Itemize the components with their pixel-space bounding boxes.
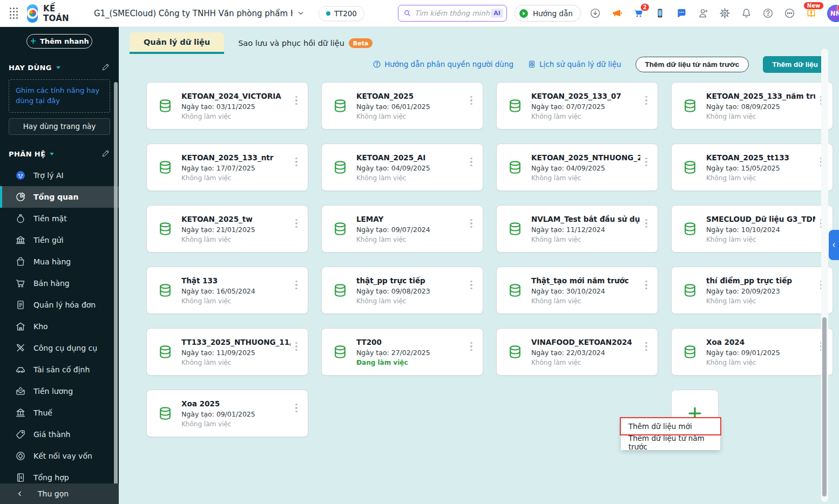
beta-badge: Beta [349,38,373,48]
card-menu-button[interactable] [290,153,302,171]
top-bar: KẾ TOÁN G1_(SMECloud) Công ty TNHH Văn p… [0,0,839,27]
database-card[interactable]: TT133_2025_NTHUONG_11/09Ngày tạo: 11/09/… [146,328,308,376]
tab-data-management[interactable]: Quản lý dữ liệu [130,32,224,54]
search-icon [403,9,412,18]
sidebar-item-label: Trợ lý AI [33,171,64,180]
card-menu-button[interactable] [465,337,477,356]
data-history-link[interactable]: Lịch sử quản lý dữ liệu [527,60,621,69]
created-prefix: Ngày tạo: [181,103,216,111]
card-menu-button[interactable] [640,276,652,294]
database-card[interactable]: thí điểm_pp trực tiếpNgày tạo: 20/09/202… [671,267,833,314]
database-card[interactable]: KETOAN_2024_VICTORIANgày tạo: 03/11/2025… [146,82,308,130]
card-menu-button[interactable] [290,276,302,294]
gear-icon[interactable] [717,5,733,22]
database-card[interactable]: TT200Ngày tạo: 27/02/2025Đang làm việc [321,328,483,376]
avatar[interactable]: NN2 [827,5,839,22]
database-card[interactable]: Xoa 2025Ngày tạo: 09/01/2025Không làm vi… [146,390,308,437]
database-status: Không làm việc [706,174,815,182]
card-menu-button[interactable] [465,91,477,110]
megaphone-icon[interactable] [609,5,625,22]
database-card[interactable]: VINAFOOD_KETOAN2024Ngày tạo: 22/03/2024K… [496,328,658,376]
database-card[interactable]: Thật 133Ngày tạo: 16/05/2024Không làm vi… [146,267,308,314]
sidebar-item-quan-ly-hoa-on[interactable]: Quản lý hóa đơn [0,294,119,316]
quick-add-button[interactable]: + Thêm nhanh [26,34,92,49]
sidebar-item-tien-luong[interactable]: Tiền lương [0,380,119,402]
bell-icon[interactable] [739,5,755,22]
edit-pencil-icon[interactable] [102,149,110,159]
sidebar-item-ban-hang[interactable]: Bán hàng [0,273,119,294]
database-card[interactable]: KETOAN_2025_133_năm trướcNgày tạo: 08/09… [671,82,833,130]
database-card[interactable]: Thật_tạo mới năm trướcNgày tạo: 30/10/20… [496,267,658,314]
card-menu-button[interactable] [465,214,477,233]
card-menu-button[interactable] [640,337,652,356]
more-icon[interactable] [782,5,798,22]
company-selector[interactable]: G1_(SMECloud) Công ty TNHH Văn phòng phẩ… [94,9,305,18]
database-card[interactable]: KETOAN_2025_tt133Ngày tạo: 15/05/2025Khô… [671,144,833,191]
chat-icon[interactable] [674,5,690,22]
database-icon [682,97,698,114]
search-input[interactable] [415,9,491,17]
card-menu-button[interactable] [640,153,652,171]
sidebar-item-thue[interactable]: Thuế [0,402,119,424]
favorite-this-page-button[interactable]: Hay dùng trang này [9,118,110,135]
sidebar-item-tien-gui[interactable]: Tiền gửi [0,229,119,251]
card-menu-button[interactable] [640,214,652,233]
sidebar-item-ket-noi-vay-von[interactable]: Kết nối vay vốn [0,445,119,467]
whats-new-icon[interactable]: New [803,5,820,22]
database-card[interactable]: LEMAYNgày tạo: 09/07/2024Không làm việc [321,205,483,253]
database-card[interactable]: KETOAN_2025_AINgày tạo: 04/09/2025Không … [321,144,483,191]
sidebar-item-tro-ly-ai[interactable]: Trợ lý AI [0,165,119,186]
card-menu-button[interactable] [640,91,652,110]
card-menu-button[interactable] [290,214,302,233]
database-card[interactable]: KETOAN_2025_NTHUONG_2025Ngày tạo: 04/09/… [496,144,658,191]
database-status: Không làm việc [706,113,815,120]
collapse-panel-tab[interactable] [829,230,839,260]
database-icon [682,282,698,299]
module-nav: Trợ lý AITổng quanTiền mặtTiền gửiMua hà… [0,165,119,488]
accounting-regime-badge[interactable]: TT200 [319,6,364,21]
database-card[interactable]: NVLAM_Test bắt đầu sử dụngNgày tạo: 11/1… [496,205,658,253]
permission-guide-link[interactable]: Hướng dẫn phân quyền người dùng [373,60,513,69]
sidebar-item-tai-san-co-inh[interactable]: Tài sản cố định [0,359,119,380]
database-card[interactable]: KETOAN_2025_twNgày tạo: 21/01/2025Không … [146,205,308,253]
modules-section-header[interactable]: PHÂN HỆ [9,149,110,159]
chevron-left-icon [831,242,837,248]
sidebar-item-mua-hang[interactable]: Mua hàng [0,251,119,273]
card-menu-button[interactable] [465,153,477,171]
phone-icon[interactable] [652,5,668,22]
apps-grid-icon[interactable] [10,8,18,19]
database-card[interactable]: SMECLOUD_Dữ liệu G3_TDMNgày tạo: 10/10/2… [671,205,833,253]
add-user-icon[interactable] [695,5,712,22]
cart-icon[interactable]: 2 [631,5,647,22]
card-menu-button[interactable] [465,276,477,294]
database-card[interactable]: thật_pp trực tiếpNgày tạo: 09/08/2023Khô… [321,267,483,314]
scrollbar-thumb[interactable] [822,317,827,496]
sidebar-item-tong-quan[interactable]: Tổng quan [0,186,119,208]
sidebar-scrollbar[interactable] [114,82,118,504]
pin-hint[interactable]: Ghim các tính năng hay dùng tại đây [9,79,110,113]
database-card[interactable]: Xoa 2024Ngày tạo: 09/01/2025Không làm vi… [671,328,833,376]
add-prev-year-button[interactable]: Thêm dữ liệu từ năm trước [635,57,749,72]
sidebar-item-kho[interactable]: Kho [0,316,119,337]
sidebar-item-cong-cu-dung-cu[interactable]: Công cụ dụng cụ [0,337,119,359]
created-prefix: Ngày tạo: [356,349,391,357]
menu-item-add-from-prev-year[interactable]: Thêm dữ liệu từ năm trước [621,434,720,450]
add-data-button[interactable]: Thêm dữ liệu [763,56,827,73]
help-icon[interactable] [760,5,776,22]
database-card[interactable]: KETOAN_2025Ngày tạo: 06/01/2025Không làm… [321,82,483,130]
download-icon[interactable] [587,5,604,22]
sidebar-item-tien-mat[interactable]: Tiền mặt [0,208,119,229]
overview-icon [15,192,26,202]
favorites-section-header[interactable]: HAY DÙNG [9,63,110,73]
edit-pencil-icon[interactable] [102,63,110,73]
database-card[interactable]: KETOAN_2025_133_ntrNgày tạo: 17/07/2025K… [146,144,308,191]
card-menu-button[interactable] [290,91,302,110]
tab-backup-restore[interactable]: Sao lưu và phục hồi dữ liệu Beta [224,32,387,54]
sidebar-item-gia-thanh[interactable]: Giá thành [0,424,119,445]
database-card[interactable]: KETOAN_2025_133_07Ngày tạo: 07/07/2025Kh… [496,82,658,130]
guide-button[interactable]: Hướng dẫn [515,5,581,22]
card-menu-button[interactable] [290,399,302,417]
collapse-sidebar-button[interactable]: Thu gọn [0,483,119,504]
card-menu-button[interactable] [290,337,302,356]
menu-item-add-new-data[interactable]: Thêm dữ liệu mới [621,418,720,434]
